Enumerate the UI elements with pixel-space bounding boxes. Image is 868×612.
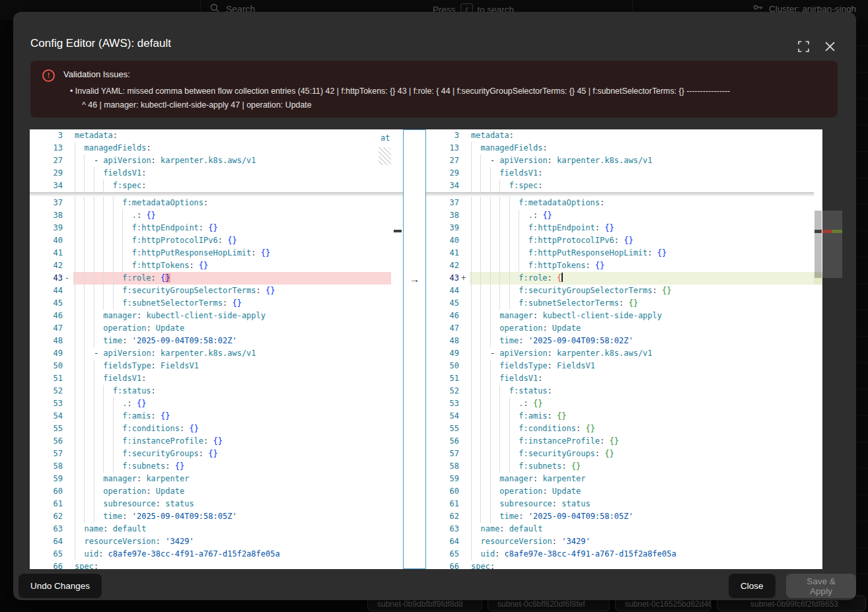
code-line[interactable]: 57 f:securityGroups: {} bbox=[30, 448, 391, 460]
code-line[interactable]: 66spec: bbox=[426, 561, 814, 569]
code-line[interactable]: 48 time: '2025-09-04T09:58:02Z' bbox=[30, 335, 391, 347]
close-dialog-button[interactable] bbox=[823, 41, 836, 54]
line-number: 60 bbox=[30, 485, 63, 498]
code-line[interactable]: 29 fieldsV1: bbox=[30, 167, 391, 180]
code-line[interactable]: 3metadata: bbox=[426, 129, 814, 142]
code-line[interactable]: 42 f:httpTokens: {} bbox=[426, 259, 814, 272]
code-line[interactable]: 65 uid: c8afe97e-38cc-4f91-a767-d15f2a8f… bbox=[30, 548, 391, 561]
code-line[interactable]: 40 f:httpProtocolIPv6: {} bbox=[30, 234, 391, 247]
code-line[interactable]: 3metadata: bbox=[30, 129, 391, 142]
code-line[interactable]: 29 fieldsV1: bbox=[426, 167, 814, 180]
code-line[interactable]: 51 fieldsV1: bbox=[426, 372, 814, 385]
code-line[interactable]: 40 f:httpProtocolIPv6: {} bbox=[426, 234, 814, 247]
code-line[interactable]: 52 f:status: bbox=[30, 385, 391, 397]
code-line[interactable]: 42 f:httpTokens: {} bbox=[30, 259, 391, 272]
code-line[interactable]: 61 subresource: status bbox=[30, 498, 391, 510]
code-line[interactable]: 60 operation: Update bbox=[30, 485, 391, 498]
line-number: 49 bbox=[426, 347, 459, 360]
fullscreen-button[interactable] bbox=[797, 41, 810, 54]
code-line[interactable]: 46 manager: kubectl-client-side-apply bbox=[426, 310, 814, 322]
line-number: 39 bbox=[426, 222, 459, 234]
code-line[interactable]: 46 manager: kubectl-client-side-apply bbox=[30, 310, 391, 322]
diff-overview-ruler[interactable] bbox=[822, 129, 842, 569]
code-line[interactable]: 44 f:securityGroupSelectorTerms: {} bbox=[426, 285, 814, 297]
code-line[interactable]: 45 f:subnetSelectorTerms: {} bbox=[30, 297, 391, 310]
code-line[interactable]: 62 time: '2025-09-04T09:58:05Z' bbox=[30, 510, 391, 523]
line-number: 48 bbox=[426, 335, 459, 347]
code-line[interactable]: 62 time: '2025-09-04T09:58:05Z' bbox=[426, 510, 814, 523]
save-apply-button[interactable]: Save & Apply bbox=[786, 574, 856, 598]
code-line[interactable]: 13 managedFields: bbox=[30, 142, 391, 154]
code-line[interactable]: 38 .: {} bbox=[426, 209, 814, 222]
code-line[interactable]: 60 operation: Update bbox=[426, 485, 814, 498]
code-line[interactable]: 58 f:subnets: {} bbox=[30, 460, 391, 473]
line-number: 43 bbox=[30, 272, 63, 285]
code-line[interactable]: 50 fieldsType: FieldsV1 bbox=[426, 360, 814, 372]
code-line[interactable]: 55 f:conditions: {} bbox=[426, 423, 814, 435]
code-line[interactable]: 43+ f:role: { bbox=[426, 272, 814, 285]
code-line[interactable]: 54 f:amis: {} bbox=[30, 410, 391, 423]
code-line[interactable]: 48 time: '2025-09-04T09:58:02Z' bbox=[426, 335, 814, 347]
code-line[interactable]: 51 fieldsV1: bbox=[30, 372, 391, 385]
code-line[interactable]: 55 f:conditions: {} bbox=[30, 423, 391, 435]
code-line[interactable]: 27 - apiVersion: karpenter.k8s.aws/v1 bbox=[426, 154, 814, 167]
code-line[interactable]: 59 manager: karpenter bbox=[30, 473, 391, 485]
code-line[interactable]: 41 f:httpPutResponseHopLimit: {} bbox=[426, 247, 814, 259]
overview-slider-shade bbox=[822, 211, 842, 278]
close-button[interactable]: Close bbox=[729, 574, 776, 598]
line-number: 38 bbox=[426, 209, 459, 222]
code-line[interactable]: 52 f:status: bbox=[426, 385, 814, 397]
code-line[interactable]: 37 f:metadataOptions: bbox=[30, 197, 391, 209]
code-line[interactable]: 53 .: {} bbox=[426, 397, 814, 410]
code-line[interactable]: 34 f:spec: bbox=[30, 180, 391, 192]
code-line[interactable]: 56 f:instanceProfile: {} bbox=[30, 435, 391, 448]
line-number: 58 bbox=[426, 460, 459, 473]
line-number: 29 bbox=[426, 167, 459, 180]
line-number: 57 bbox=[426, 448, 459, 460]
code-line[interactable]: 64 resourceVersion: '3429' bbox=[426, 535, 814, 548]
undo-changes-button[interactable]: Undo Changes bbox=[18, 574, 102, 598]
code-line[interactable]: 66spec: bbox=[30, 561, 391, 569]
line-number: 29 bbox=[30, 167, 63, 180]
code-line[interactable]: 49 - apiVersion: karpenter.k8s.aws/v1 bbox=[30, 347, 391, 360]
code-line[interactable]: 56 f:instanceProfile: {} bbox=[426, 435, 814, 448]
code-line[interactable]: 39 f:httpEndpoint: {} bbox=[30, 222, 391, 234]
line-number: 66 bbox=[426, 561, 459, 569]
code-line[interactable]: 45 f:subnetSelectorTerms: {} bbox=[426, 297, 814, 310]
code-line[interactable]: 57 f:securityGroups: {} bbox=[426, 448, 814, 460]
line-number: 51 bbox=[30, 372, 63, 385]
revert-change-arrow[interactable]: → bbox=[404, 273, 425, 285]
code-line[interactable]: 53 .: {} bbox=[30, 397, 391, 410]
line-number: 50 bbox=[30, 360, 63, 372]
code-line[interactable]: 37 f:metadataOptions: bbox=[426, 197, 814, 209]
line-number: 44 bbox=[426, 285, 459, 297]
code-line[interactable]: 34 f:spec: bbox=[426, 180, 814, 192]
code-line[interactable]: 65 uid: c8afe97e-38cc-4f91-a767-d15f2a8f… bbox=[426, 548, 814, 561]
code-line[interactable]: 47 operation: Update bbox=[426, 322, 814, 335]
code-line[interactable]: 47 operation: Update bbox=[30, 322, 391, 335]
code-line[interactable]: 43- f:role: {} bbox=[30, 272, 391, 285]
code-line[interactable]: 58 f:subnets: {} bbox=[426, 460, 814, 473]
code-line[interactable]: 13 managedFields: bbox=[426, 142, 814, 154]
fullscreen-icon bbox=[798, 41, 809, 55]
modified-scrollbar[interactable] bbox=[814, 129, 822, 569]
code-line[interactable]: 27 - apiVersion: karpenter.k8s.aws/v1 bbox=[30, 154, 391, 167]
code-line[interactable]: 61 subresource: status bbox=[426, 498, 814, 510]
diff-sash[interactable]: → bbox=[403, 129, 426, 569]
code-line[interactable]: 50 fieldsType: FieldsV1 bbox=[30, 360, 391, 372]
code-line[interactable]: 64 resourceVersion: '3429' bbox=[30, 535, 391, 548]
line-number: 63 bbox=[30, 523, 63, 535]
code-line[interactable]: 44 f:securityGroupSelectorTerms: {} bbox=[30, 285, 391, 297]
code-line[interactable]: 39 f:httpEndpoint: {} bbox=[426, 222, 814, 234]
code-line[interactable]: 63 name: default bbox=[426, 523, 814, 535]
line-number: 51 bbox=[426, 372, 459, 385]
scrollbar-slider[interactable] bbox=[814, 211, 822, 278]
code-line[interactable]: 59 manager: karpenter bbox=[426, 473, 814, 485]
code-line[interactable]: 54 f:amis: {} bbox=[426, 410, 814, 423]
code-line[interactable]: 49 - apiVersion: karpenter.k8s.aws/v1 bbox=[426, 347, 814, 360]
line-number: 52 bbox=[426, 385, 459, 397]
code-line[interactable]: 38 .: {} bbox=[30, 209, 391, 222]
line-number: 59 bbox=[30, 473, 63, 485]
code-line[interactable]: 63 name: default bbox=[30, 523, 391, 535]
code-line[interactable]: 41 f:httpPutResponseHopLimit: {} bbox=[30, 247, 391, 259]
